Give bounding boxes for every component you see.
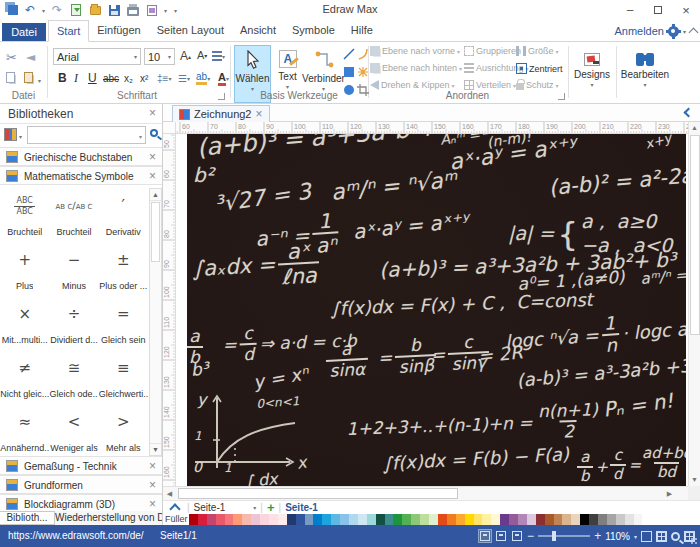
library-picker-icon[interactable] [4,128,17,141]
menu-tab-hilfe[interactable]: Hilfe [343,20,381,42]
color-swatch[interactable] [642,514,651,525]
zoom-caret[interactable]: ▾ [634,533,637,540]
arrange-dialog-launcher[interactable] [558,93,565,100]
color-swatch[interactable] [438,514,447,525]
bold-button[interactable]: B [58,71,67,85]
menu-tab-seiten-layout[interactable]: Seiten Layout [149,20,232,42]
ellipse-tool-icon[interactable] [342,83,356,97]
font-name-combo[interactable]: Arial▾ [53,48,141,65]
color-swatch[interactable] [385,514,394,525]
copy-button[interactable] [6,72,15,83]
library-symbol[interactable]: AB C∕AB CBruchteil [49,185,98,239]
strikethrough-button[interactable]: abc [103,73,119,84]
subscript-button[interactable]: x₂ [124,73,133,84]
color-swatch[interactable] [447,514,456,525]
menu-tab-symbole[interactable]: Symbole [284,20,343,42]
zoom-slider[interactable] [538,535,590,537]
color-swatch[interactable] [554,514,563,525]
bullet-list-button[interactable]: ☰▾ [178,73,190,84]
library-symbol[interactable]: >Mehr als [99,401,148,455]
color-swatch[interactable] [198,514,207,525]
view-pan-icon[interactable] [495,530,507,542]
rectangle-tool-icon[interactable] [342,65,356,79]
menu-tab-start[interactable]: Start [48,20,89,42]
horizontal-scrollbar[interactable]: ◀ ▶ [163,486,688,500]
color-swatch[interactable] [393,514,402,525]
cut-button[interactable]: ✂ [6,50,17,65]
arc-tool-icon[interactable] [356,47,370,61]
library-symbol[interactable]: ±Plus oder ... [99,239,148,293]
section-close-icon[interactable]: × [149,460,156,472]
color-swatch[interactable] [456,514,465,525]
search-icon[interactable] [150,129,158,137]
scroll-up-icon[interactable]: ▲ [150,189,161,201]
search-input[interactable]: ▾ [27,126,146,144]
zoom-level[interactable]: 110% [605,531,630,542]
arrange-gr-e[interactable]: Größe▾ [516,46,559,56]
crop-tool-icon[interactable] [356,83,370,97]
color-swatch[interactable] [367,514,376,525]
view-normal-icon[interactable] [479,530,491,542]
arrange-drehen-kippen[interactable]: Drehen & Kippen▾ [370,80,455,90]
color-swatch[interactable] [349,514,358,525]
color-swatch[interactable] [465,514,474,525]
settings-caret[interactable]: ▾ [683,28,686,35]
arrange-ebene-nach-hinten[interactable]: Ebene nach hinten▾ [370,63,462,73]
color-swatch[interactable] [491,514,500,525]
paste-button[interactable] [24,72,33,83]
library-symbol[interactable]: ≠Nicht gleic... [0,347,49,401]
color-swatch[interactable] [313,514,322,525]
color-swatch[interactable] [207,514,216,525]
fit-page-icon[interactable] [641,531,652,542]
library-symbol[interactable]: ′Derivativ [99,185,148,239]
resize-grip[interactable] [690,537,698,545]
document-tab[interactable]: Zeichnung2 × [172,105,270,122]
color-swatch[interactable] [580,514,589,525]
library-section-griechische-buchstaben[interactable]: Griechische Buchstaben× [0,147,162,166]
library-section-gema-ung-technik[interactable]: Gemaßung - Technik× [0,456,162,475]
minimize-button[interactable]: – [616,0,644,20]
sidebar-scroll-thumb[interactable] [151,202,160,262]
scroll-up-arrow[interactable]: ▲ [689,122,700,134]
library-symbol[interactable]: ×Mit...multi... [0,293,49,347]
color-swatch[interactable] [625,514,634,525]
library-symbol[interactable]: =Gleich sein [99,293,148,347]
color-swatch[interactable] [233,514,242,525]
color-swatch[interactable] [322,514,331,525]
color-swatch[interactable] [598,514,607,525]
section-close-icon[interactable]: × [149,479,156,491]
scroll-down-arrow[interactable]: ▼ [689,474,700,486]
color-swatch[interactable] [420,514,429,525]
status-url[interactable]: https://www.edrawsoft.com/de/ [8,530,144,541]
sign-in-link[interactable]: Anmelden [614,25,664,37]
collapse-panel-icon[interactable] [684,108,694,118]
arrange-zentriert[interactable]: Zentriert [516,63,563,74]
color-swatch[interactable] [225,514,234,525]
font-color-button[interactable]: A▾ [218,71,229,86]
library-symbol[interactable]: ≈Annähernd... [0,401,49,455]
color-swatch[interactable] [287,514,296,525]
color-swatch[interactable] [216,514,225,525]
library-symbol[interactable]: <Weniger als [49,401,98,455]
scroll-left-arrow[interactable]: ◀ [163,487,176,500]
arrange-ebene-nach-vorne[interactable]: Ebene nach vorne▾ [370,46,460,56]
chalkboard-image[interactable]: (a+b)³ = a³+3a²b + 3ab²+ b³Aₙᵐ =(n·m)!(n… [187,134,686,486]
zoom-slider-thumb[interactable] [552,531,556,541]
align-button[interactable]: ▾ [212,51,225,61]
library-symbol[interactable]: ≅Gleich ode... [49,347,98,401]
color-swatch[interactable] [500,514,509,525]
scroll-right-arrow[interactable]: ▶ [663,487,676,500]
sidebar-scrollbar[interactable]: ▲ ▼ [149,188,162,456]
maximize-button[interactable] [644,0,672,20]
color-swatch[interactable] [411,514,420,525]
color-swatch[interactable] [616,514,625,525]
font-size-combo[interactable]: 10▾ [144,48,175,65]
libraries-close-icon[interactable]: × [149,107,156,119]
color-swatch[interactable] [509,514,518,525]
section-close-icon[interactable]: × [149,170,156,182]
underline-button[interactable]: U [88,71,97,85]
vertical-scroll-thumb[interactable] [690,135,700,335]
section-close-icon[interactable]: × [149,498,156,510]
decrease-font-button[interactable]: A▾ [197,49,207,61]
collapse-ribbon-icon[interactable] [689,28,699,38]
